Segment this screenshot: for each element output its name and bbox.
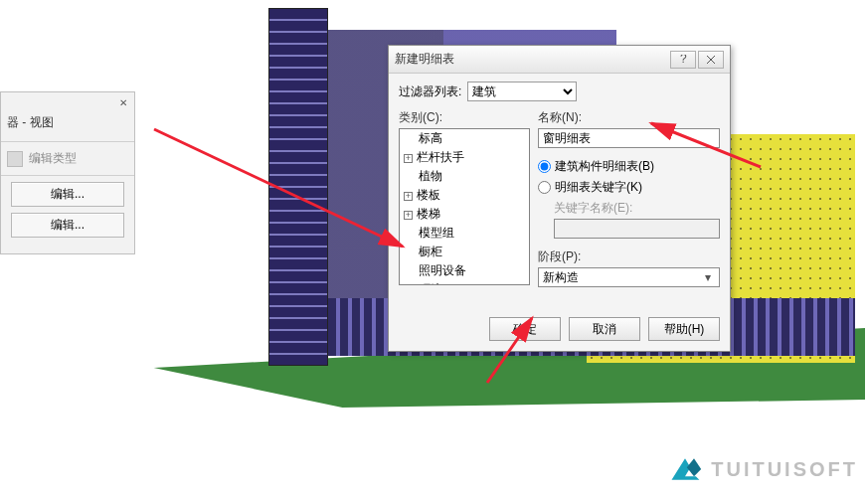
watermark-logo-icon	[667, 451, 703, 487]
edit-type-label: 编辑类型	[29, 150, 77, 167]
phase-select[interactable]: 新构造 ▾	[538, 267, 720, 287]
ok-button[interactable]: 确定	[489, 317, 561, 341]
category-item[interactable]: 环境	[400, 280, 529, 285]
category-item-label: 楼梯	[417, 207, 440, 221]
category-item[interactable]: +楼板	[400, 186, 529, 205]
watermark-text: TUITUISOFT	[711, 458, 858, 481]
edit-type-row[interactable]: 编辑类型	[1, 146, 134, 171]
dialog-title: 新建明细表	[395, 51, 668, 68]
edit-type-icon	[7, 151, 23, 167]
panel-close-icon[interactable]: ✕	[116, 96, 130, 110]
watermark: TUITUISOFT	[667, 451, 858, 487]
dialog-help-icon[interactable]: ?	[670, 51, 696, 69]
help-button[interactable]: 帮助(H)	[648, 317, 720, 341]
category-item[interactable]: 标高	[400, 129, 529, 148]
divider	[1, 175, 134, 176]
name-input[interactable]	[538, 128, 720, 148]
category-item[interactable]: +栏杆扶手	[400, 148, 529, 167]
radio-component-label: 建筑构件明细表(B)	[555, 158, 654, 175]
properties-panel: ✕ 器 - 视图 编辑类型 编辑... 编辑...	[0, 91, 135, 254]
category-item[interactable]: 照明设备	[400, 261, 529, 280]
new-schedule-dialog: 新建明细表 ? 过滤器列表: 建筑 类别(C): 标高+栏杆扶手植物+楼板+楼梯…	[388, 45, 731, 352]
name-label: 名称(N):	[538, 109, 720, 126]
edit-button-2[interactable]: 编辑...	[11, 213, 124, 238]
expand-icon[interactable]: +	[404, 211, 413, 220]
svg-marker-7	[687, 458, 701, 476]
category-item-label: 橱柜	[419, 245, 442, 258]
category-item-label: 照明设备	[419, 263, 466, 277]
radio-key-label: 明细表关键字(K)	[555, 179, 642, 196]
category-item-label: 栏杆扶手	[417, 150, 464, 164]
radio-component-schedule[interactable]: 建筑构件明细表(B)	[538, 158, 720, 175]
dialog-titlebar: 新建明细表 ?	[389, 46, 730, 74]
radio-key-input[interactable]	[538, 181, 551, 194]
category-item[interactable]: 模型组	[400, 224, 529, 243]
key-name-label: 关键字名称(E):	[554, 200, 720, 217]
category-item-label: 环境	[419, 282, 442, 285]
key-name-input	[554, 219, 720, 239]
expand-icon[interactable]: +	[404, 154, 413, 163]
edit-button-1[interactable]: 编辑...	[11, 182, 124, 207]
cancel-button[interactable]: 取消	[569, 317, 640, 341]
scene-tower	[268, 8, 328, 366]
phase-value: 新构造	[543, 269, 579, 286]
category-item[interactable]: +楼梯	[400, 205, 529, 224]
divider	[1, 141, 134, 142]
filter-select[interactable]: 建筑	[467, 82, 577, 101]
category-item-label: 植物	[419, 169, 442, 183]
expand-icon[interactable]: +	[404, 192, 413, 201]
category-item-label: 楼板	[417, 188, 440, 202]
category-item[interactable]: 橱柜	[400, 243, 529, 261]
radio-key-schedule[interactable]: 明细表关键字(K)	[538, 179, 720, 196]
svg-text:?: ?	[680, 55, 687, 65]
category-item[interactable]: 植物	[400, 167, 529, 186]
radio-component-input[interactable]	[538, 160, 551, 173]
chevron-down-icon: ▾	[701, 270, 715, 284]
category-listbox[interactable]: 标高+栏杆扶手植物+楼板+楼梯模型组橱柜照明设备环境电气装置电气设备窗组成部分+…	[399, 128, 530, 285]
category-item-label: 标高	[419, 131, 442, 145]
filter-label: 过滤器列表:	[399, 83, 461, 100]
category-label: 类别(C):	[399, 109, 530, 126]
phase-label: 阶段(P):	[538, 248, 720, 265]
panel-title: 器 - 视图	[1, 92, 134, 137]
dialog-close-icon[interactable]	[698, 51, 724, 69]
category-item-label: 模型组	[419, 226, 454, 240]
